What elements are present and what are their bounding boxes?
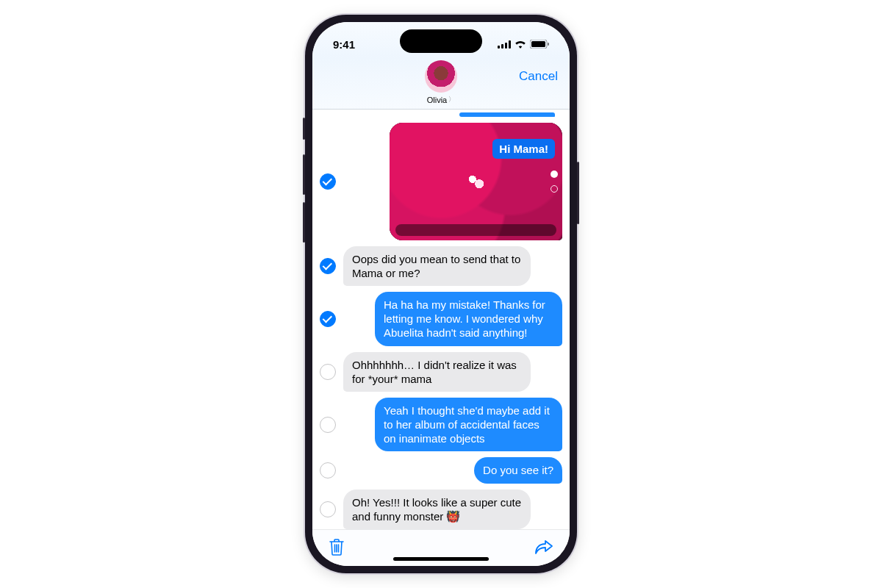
message-row: Oops did you mean to send that to Mama o… bbox=[320, 246, 562, 286]
selection-checkbox[interactable] bbox=[320, 417, 336, 433]
selection-checkbox[interactable] bbox=[320, 501, 336, 517]
status-indicators bbox=[498, 38, 549, 51]
selection-checkbox[interactable] bbox=[320, 173, 336, 190]
contact-avatar[interactable] bbox=[425, 60, 457, 93]
delete-button[interactable] bbox=[329, 538, 345, 559]
cancel-button[interactable]: Cancel bbox=[519, 69, 558, 84]
conversation-header: Olivia 〉 Cancel bbox=[312, 57, 570, 110]
camera-controls-icon bbox=[551, 171, 558, 193]
message-bubble-in[interactable]: Oh! Yes!!! It looks like a super cute an… bbox=[343, 490, 531, 529]
iphone-frame: 9:41 Olivia 〉 Cancel bbox=[305, 15, 577, 573]
selection-checkbox[interactable] bbox=[320, 462, 336, 478]
message-bubble-in[interactable]: Oops did you mean to send that to Mama o… bbox=[343, 246, 531, 286]
selection-checkbox[interactable] bbox=[320, 364, 336, 380]
message-row: Do you see it? bbox=[320, 457, 562, 483]
cellular-icon bbox=[498, 38, 511, 51]
power-button bbox=[577, 162, 579, 224]
svg-rect-0 bbox=[498, 46, 500, 49]
svg-rect-2 bbox=[505, 43, 507, 49]
camera-toolbar-icon bbox=[395, 224, 556, 236]
trash-icon bbox=[329, 538, 345, 556]
message-bubble-out[interactable]: Do you see it? bbox=[474, 457, 562, 483]
photo-caption-sticker: Hi Mama! bbox=[492, 139, 555, 159]
volume-up-button bbox=[303, 154, 305, 195]
volume-down-button bbox=[303, 202, 305, 243]
photo-message[interactable]: Hi Mama! bbox=[390, 123, 562, 240]
share-arrow-icon bbox=[534, 539, 553, 555]
svg-rect-5 bbox=[531, 41, 545, 47]
contact-name-label: Olivia bbox=[427, 96, 448, 104]
message-row: Hi Mama! bbox=[320, 123, 562, 240]
message-bubble-in[interactable]: Ohhhhhhh… I didn't realize it was for *y… bbox=[343, 352, 531, 392]
svg-rect-6 bbox=[548, 43, 549, 46]
message-bubble-out[interactable]: Ha ha ha my mistake! Thanks for letting … bbox=[375, 292, 562, 346]
selection-checkbox[interactable] bbox=[320, 258, 336, 274]
contact-name[interactable]: Olivia 〉 bbox=[427, 95, 456, 104]
message-bubble-out[interactable]: Yeah I thought she'd maybe add it to her… bbox=[375, 398, 562, 452]
svg-rect-3 bbox=[509, 40, 511, 49]
home-indicator[interactable] bbox=[393, 557, 489, 561]
status-time: 9:41 bbox=[333, 38, 355, 51]
svg-rect-1 bbox=[501, 44, 503, 49]
chevron-right-icon: 〉 bbox=[448, 95, 455, 104]
screen: 9:41 Olivia 〉 Cancel bbox=[312, 22, 570, 566]
message-thread: Hi Mama! Oops did you mean to send that … bbox=[312, 110, 570, 529]
selection-checkbox[interactable] bbox=[320, 311, 336, 327]
battery-icon bbox=[530, 38, 549, 51]
message-row: Oh! Yes!!! It looks like a super cute an… bbox=[320, 490, 562, 529]
wifi-icon bbox=[514, 38, 526, 51]
photo-content: Hi Mama! bbox=[390, 123, 562, 240]
message-row: Yeah I thought she'd maybe add it to her… bbox=[320, 398, 562, 452]
message-row: Ha ha ha my mistake! Thanks for letting … bbox=[320, 292, 562, 346]
dynamic-island bbox=[400, 29, 482, 53]
message-bubble-peek[interactable] bbox=[459, 112, 555, 117]
message-row: Ohhhhhhh… I didn't realize it was for *y… bbox=[320, 352, 562, 392]
side-button bbox=[303, 118, 305, 140]
forward-button[interactable] bbox=[534, 539, 553, 558]
